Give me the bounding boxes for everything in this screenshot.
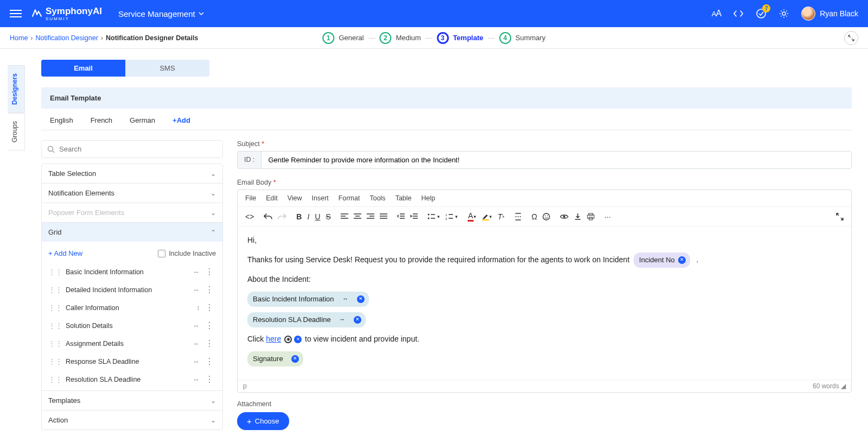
drag-handle-icon[interactable]: ⋮⋮: [48, 375, 62, 383]
search-box[interactable]: [41, 140, 223, 158]
hamburger-menu-button[interactable]: [10, 8, 22, 20]
item-more-button[interactable]: ⋮: [203, 320, 216, 331]
subject-input[interactable]: [261, 152, 851, 168]
italic-button[interactable]: I: [307, 212, 309, 221]
outdent-button[interactable]: [397, 213, 405, 220]
notifications-button[interactable]: 7: [756, 8, 767, 19]
menu-format[interactable]: Format: [339, 194, 360, 202]
module-dropdown[interactable]: Service Management: [118, 9, 204, 18]
vtab-groups[interactable]: Groups: [8, 113, 25, 150]
emoji-button[interactable]: [542, 213, 550, 220]
indent-button[interactable]: [410, 213, 418, 220]
pill-remove-icon[interactable]: ✕: [291, 355, 299, 363]
drag-handle-icon[interactable]: ⋮⋮: [48, 268, 62, 276]
step-summary[interactable]: 4Summary: [499, 32, 546, 44]
step-general[interactable]: 1General: [322, 32, 363, 44]
menu-table[interactable]: Table: [395, 194, 412, 202]
lang-add[interactable]: +Add: [173, 116, 190, 124]
number-list-button[interactable]: 12▾: [445, 213, 458, 220]
search-input[interactable]: [59, 145, 217, 153]
include-inactive-checkbox[interactable]: Include Inactive: [158, 250, 216, 257]
menu-view[interactable]: View: [288, 194, 302, 202]
step-medium[interactable]: 2Medium: [380, 32, 421, 44]
item-more-button[interactable]: ⋮: [203, 285, 216, 295]
code-view-button[interactable]: [733, 10, 744, 17]
preview-button[interactable]: [560, 213, 569, 220]
grid-item[interactable]: ⋮⋮Assignment Details↔⋮: [48, 335, 216, 352]
highlight-button[interactable]: ▾: [482, 213, 492, 220]
special-char-button[interactable]: Ω: [532, 212, 537, 221]
link-remove-icon[interactable]: ✕: [294, 336, 302, 343]
channel-email[interactable]: Email: [41, 60, 125, 77]
breadcrumb-home[interactable]: Home: [10, 34, 28, 42]
channel-sms[interactable]: SMS: [125, 60, 209, 77]
menu-insert[interactable]: Insert: [312, 194, 329, 202]
pill-signature[interactable]: Signature ✕: [247, 351, 303, 367]
link-target-icon[interactable]: ◉: [284, 336, 292, 343]
expand-button[interactable]: [844, 31, 858, 45]
text-color-button[interactable]: A▾: [468, 211, 476, 222]
item-more-button[interactable]: ⋮: [203, 302, 216, 313]
breadcrumb-designer[interactable]: Notification Designer: [36, 34, 98, 42]
pill-basic-incident[interactable]: Basic Incident Information ↔ ✕: [247, 292, 369, 307]
drag-handle-icon[interactable]: ⋮⋮: [48, 339, 62, 348]
more-button[interactable]: ···: [604, 212, 611, 221]
grid-item[interactable]: ⋮⋮Basic Incident Information↔⋮: [48, 263, 216, 281]
menu-file[interactable]: File: [245, 194, 256, 202]
grid-item[interactable]: ⋮⋮Caller Information↕⋮: [48, 299, 216, 317]
lang-french[interactable]: French: [91, 116, 112, 124]
step-template[interactable]: 3Template: [437, 32, 483, 44]
lang-english[interactable]: English: [50, 116, 73, 124]
align-right-button[interactable]: [367, 213, 374, 220]
brand-logo[interactable]: SymphonyAI SUMMIT: [31, 7, 102, 21]
print-button[interactable]: [587, 213, 595, 220]
pill-resolution-sla[interactable]: Resolution SLA Deadline ↔ ✕: [247, 312, 366, 327]
bullet-list-button[interactable]: ▾: [427, 213, 440, 220]
choose-button[interactable]: +Choose: [237, 412, 289, 430]
grid-item[interactable]: ⋮⋮Response SLA Deadline↔⋮: [48, 352, 216, 370]
bold-button[interactable]: B: [296, 212, 302, 221]
menu-help[interactable]: Help: [422, 194, 436, 202]
pill-remove-icon[interactable]: ✕: [678, 256, 686, 264]
page-break-button[interactable]: [514, 213, 522, 220]
item-more-button[interactable]: ⋮: [203, 338, 216, 349]
lang-german[interactable]: German: [130, 116, 155, 124]
pill-remove-icon[interactable]: ✕: [354, 316, 361, 324]
drag-handle-icon[interactable]: ⋮⋮: [48, 286, 62, 294]
underline-button[interactable]: U: [315, 212, 320, 221]
add-new-button[interactable]: + Add New: [48, 249, 82, 257]
align-center-button[interactable]: [354, 213, 361, 220]
editor-body[interactable]: Hi, Thanks for using Service Desk! Reque…: [238, 226, 851, 380]
item-more-button[interactable]: ⋮: [203, 356, 216, 367]
fullscreen-button[interactable]: [836, 213, 844, 220]
acc-table-selection[interactable]: Table Selection⌄: [42, 164, 222, 183]
align-left-button[interactable]: [341, 213, 348, 220]
settings-button[interactable]: [778, 8, 789, 19]
vtab-designers[interactable]: Designers: [8, 65, 25, 113]
item-more-button[interactable]: ⋮: [203, 374, 216, 384]
redo-button[interactable]: [278, 213, 286, 220]
source-code-button[interactable]: <>: [245, 212, 254, 221]
menu-tools[interactable]: Tools: [369, 194, 385, 202]
clear-format-button[interactable]: Tx: [497, 212, 505, 221]
drag-handle-icon[interactable]: ⋮⋮: [48, 321, 62, 330]
user-menu[interactable]: Ryan Black: [801, 7, 858, 21]
pill-remove-icon[interactable]: ✕: [357, 295, 365, 303]
here-link[interactable]: here: [266, 335, 281, 343]
grid-item[interactable]: ⋮⋮Solution Details↔⋮: [48, 317, 216, 335]
strike-button[interactable]: S: [326, 212, 331, 221]
acc-notification-elements[interactable]: Notification Elements⌄: [42, 184, 222, 203]
save-button[interactable]: [574, 213, 582, 220]
grid-item[interactable]: ⋮⋮Resolution SLA Deadline↔⋮: [48, 370, 216, 388]
undo-button[interactable]: [264, 213, 272, 220]
acc-grid[interactable]: Grid⌃: [42, 223, 222, 242]
acc-action[interactable]: Action⌄: [42, 411, 222, 430]
drag-handle-icon[interactable]: ⋮⋮: [48, 357, 62, 365]
font-size-button[interactable]: AA: [712, 9, 721, 18]
item-more-button[interactable]: ⋮: [203, 267, 216, 277]
grid-item[interactable]: ⋮⋮Detailed Incident Information↔⋮: [48, 281, 216, 299]
pill-incident-no[interactable]: Incident No✕: [634, 253, 690, 268]
acc-templates[interactable]: Templates⌄: [42, 391, 222, 410]
drag-handle-icon[interactable]: ⋮⋮: [48, 304, 62, 312]
align-justify-button[interactable]: [380, 213, 387, 220]
